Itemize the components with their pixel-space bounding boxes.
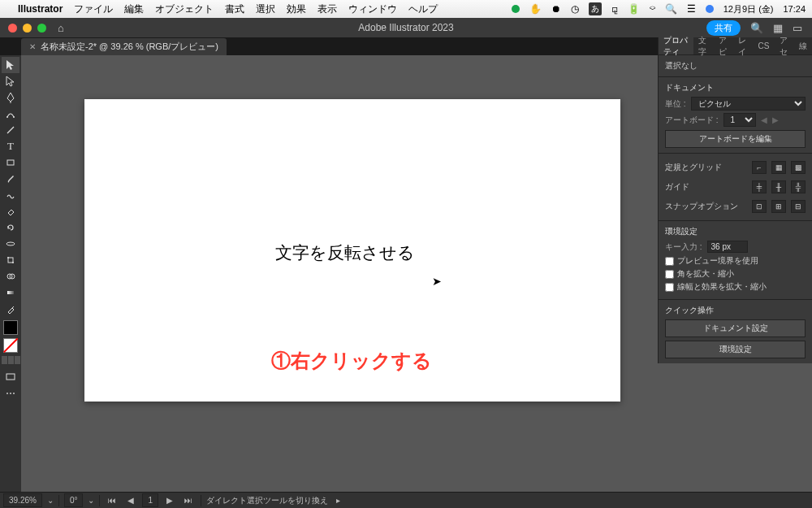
menubar-time[interactable]: 17:24 [783, 4, 806, 14]
tab-cs[interactable]: CS [754, 37, 775, 54]
menu-select[interactable]: 選択 [256, 2, 275, 16]
snap-point-icon[interactable]: ⊡ [752, 200, 767, 213]
control-center-icon[interactable]: ☰ [687, 3, 696, 15]
ruler-grid-label: 定規とグリッド [665, 162, 747, 173]
svg-line-2 [7, 127, 14, 133]
menubar-date[interactable]: 12月9日 (金) [723, 3, 774, 15]
pen-tool[interactable] [2, 89, 19, 106]
hand-icon[interactable]: ✋ [529, 3, 542, 15]
shaper-tool[interactable] [2, 187, 19, 203]
rotate-tool[interactable] [2, 219, 19, 236]
last-artboard-icon[interactable]: ⏭ [181, 496, 196, 505]
eyedropper-tool[interactable] [2, 301, 19, 317]
share-button[interactable]: 共有 [706, 20, 741, 36]
zoom-level[interactable]: 39.26% [3, 493, 42, 507]
close-window-icon[interactable] [8, 24, 17, 33]
rectangle-tool[interactable] [2, 154, 19, 171]
next-artboard-icon[interactable]: ▶ [772, 115, 779, 124]
menu-effect[interactable]: 効果 [287, 2, 306, 16]
artboard-number[interactable]: 1 [142, 493, 158, 507]
menu-type[interactable]: 書式 [225, 2, 244, 16]
rotate-value[interactable]: 0° [64, 493, 84, 507]
svg-point-7 [12, 262, 14, 263]
prev-artboard-icon[interactable]: ◀ [761, 115, 767, 124]
paintbrush-tool[interactable] [2, 171, 19, 187]
guide-smart-icon[interactable]: ╬ [791, 180, 806, 193]
input-source-icon[interactable]: あ [589, 2, 602, 15]
snap-grid-icon[interactable]: ⊞ [771, 200, 786, 213]
width-tool[interactable] [2, 236, 19, 252]
spotlight-icon[interactable]: 🔍 [665, 3, 677, 15]
siri-icon[interactable] [706, 5, 714, 13]
ruler-icon[interactable]: ⌐ [752, 161, 767, 174]
scale-corners-label: 角を拡大・縮小 [677, 268, 734, 280]
workspace-icon[interactable]: ▦ [773, 22, 783, 34]
menu-edit[interactable]: 編集 [124, 2, 144, 16]
stroke-swatch[interactable] [3, 338, 18, 353]
scale-corners-checkbox[interactable] [665, 270, 674, 279]
shape-builder-tool[interactable] [2, 268, 19, 284]
rotate-dropdown-icon[interactable]: ⌄ [88, 496, 94, 505]
next-artboard-nav-icon[interactable]: ▶ [163, 496, 176, 505]
tab-character[interactable]: 文字 [693, 37, 713, 54]
document-tab[interactable]: ✕ 名称未設定-2* @ 39.26 % (RGB/プレビュー) [21, 38, 227, 55]
guide-show-icon[interactable]: ╪ [752, 180, 767, 193]
app-menu-name[interactable]: Illustrator [18, 3, 63, 15]
menu-help[interactable]: ヘルプ [408, 2, 438, 16]
preview-bounds-checkbox[interactable] [665, 257, 674, 266]
close-tab-icon[interactable]: ✕ [29, 42, 36, 51]
document-tab-label: 名称未設定-2* @ 39.26 % (RGB/プレビュー) [41, 41, 218, 53]
snap-pixel-icon[interactable]: ⊟ [791, 200, 806, 213]
record-icon[interactable]: ⏺ [551, 3, 561, 15]
unit-select[interactable]: ピクセル [691, 97, 806, 111]
first-artboard-icon[interactable]: ⏮ [105, 496, 119, 505]
selection-tool[interactable] [2, 57, 19, 73]
guide-lock-icon[interactable]: ╫ [771, 180, 786, 193]
fill-swatch[interactable] [3, 320, 18, 335]
screen-mode-tool[interactable] [2, 369, 19, 385]
tab-layers[interactable]: レイ [733, 37, 753, 54]
edit-artboard-button[interactable]: アートボードを編集 [665, 130, 806, 148]
search-icon[interactable]: 🔍 [750, 22, 763, 34]
tab-stroke[interactable]: 線 [794, 37, 812, 54]
line-tool[interactable] [2, 122, 19, 138]
canvas-text-object[interactable]: 文字を反転させる [275, 241, 415, 264]
artboard-select[interactable]: 1 [723, 113, 756, 127]
arrange-icon[interactable]: ▭ [793, 22, 802, 34]
maximize-window-icon[interactable] [37, 24, 46, 33]
tab-appearance[interactable]: アピ [714, 37, 733, 54]
bluetooth-icon[interactable]: ⚼ [611, 3, 618, 15]
scale-strokes-checkbox[interactable] [665, 283, 674, 292]
transparency-grid-icon[interactable]: ▩ [791, 161, 806, 174]
tab-assets[interactable]: アセ [775, 37, 794, 54]
menu-file[interactable]: ファイル [74, 2, 113, 16]
clock-icon[interactable]: ◷ [571, 3, 579, 15]
home-icon[interactable]: ⌂ [58, 22, 64, 34]
prev-artboard-nav-icon[interactable]: ◀ [124, 496, 137, 505]
edit-toolbar[interactable]: ⋯ [2, 385, 19, 402]
battery-icon[interactable]: 🔋 [628, 3, 640, 15]
curvature-tool[interactable] [2, 106, 19, 122]
status-menu-icon[interactable]: ▸ [333, 496, 343, 505]
cursor-icon: ➤ [432, 275, 442, 288]
free-transform-tool[interactable] [2, 252, 19, 268]
type-tool[interactable]: T [2, 138, 19, 154]
tab-properties[interactable]: プロパティ [659, 37, 693, 54]
gradient-tool[interactable] [2, 284, 19, 301]
env-settings-button[interactable]: 環境設定 [665, 341, 806, 358]
artboard[interactable]: 文字を反転させる ➤ ①右クリックする [84, 99, 620, 402]
menu-object[interactable]: オブジェクト [155, 2, 214, 16]
doc-settings-button[interactable]: ドキュメント設定 [665, 319, 806, 337]
direct-selection-tool[interactable] [2, 73, 19, 89]
menu-window[interactable]: ウィンドウ [348, 2, 397, 16]
eraser-tool[interactable] [2, 203, 19, 219]
grid-icon[interactable]: ▦ [771, 161, 786, 174]
key-input-field[interactable] [707, 241, 748, 253]
menu-view[interactable]: 表示 [317, 2, 337, 16]
color-modes[interactable] [2, 356, 20, 364]
minimize-window-icon[interactable] [23, 24, 32, 33]
svg-point-6 [7, 257, 9, 258]
status-hint: ダイレクト選択ツールを切り換え [206, 495, 328, 506]
wifi-icon[interactable]: ⌔ [650, 3, 655, 15]
zoom-dropdown-icon[interactable]: ⌄ [47, 496, 54, 505]
